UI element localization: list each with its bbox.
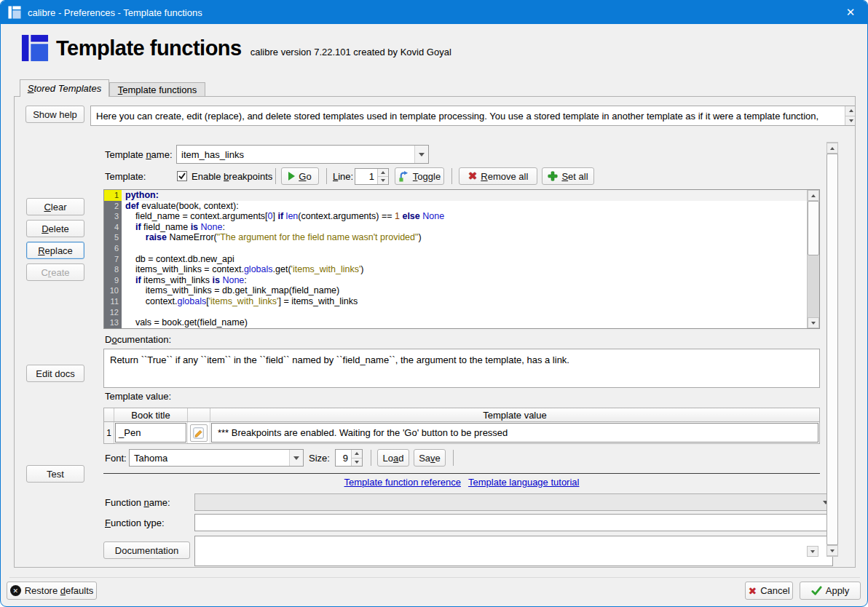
template-code-editor[interactable]: 12345678910111213 python:def evaluate(bo… [103, 189, 820, 329]
window-title: calibre - Preferences - Template functio… [28, 7, 202, 18]
dialog-window: calibre - Preferences - Template functio… [0, 0, 868, 607]
scroll-down-icon[interactable] [826, 545, 838, 556]
line-number[interactable]: 6 [104, 243, 122, 254]
line-number[interactable]: 7 [104, 254, 122, 265]
scroll-up-icon[interactable] [826, 143, 838, 154]
template-value-cell[interactable]: *** Breakpoints are enabled. Waiting for… [211, 423, 818, 443]
code-line[interactable]: items_with_links = db.get_link_map(field… [122, 285, 807, 296]
spin-down-icon[interactable] [378, 176, 388, 184]
scroll-up-icon[interactable] [845, 106, 856, 116]
replace-button[interactable]: Replace [26, 242, 84, 259]
restore-defaults-button[interactable]: ✕ Restore defaults [7, 582, 97, 600]
code-line[interactable]: if items_with_links is None: [122, 275, 807, 286]
function-name-combobox[interactable] [194, 493, 833, 511]
column-header-template-value[interactable]: Template value [210, 408, 819, 421]
code-line[interactable] [122, 307, 807, 318]
font-size-spinner[interactable]: 9 [335, 449, 363, 467]
line-number[interactable]: 5 [104, 232, 122, 243]
template-name-combobox[interactable]: item_has_links [176, 145, 429, 164]
documentation-button[interactable]: Documentation [103, 541, 190, 559]
chevron-down-icon[interactable] [414, 146, 428, 163]
code-line[interactable]: python: [122, 190, 807, 201]
help-text-box[interactable]: Here you can create, edit (replace), and… [90, 106, 856, 126]
load-button[interactable]: Load [377, 449, 409, 467]
column-header-edit[interactable] [188, 408, 210, 421]
line-number[interactable]: 1 [104, 190, 122, 201]
remove-all-button[interactable]: ✖ Remove all [459, 167, 537, 185]
red-x-icon: ✖ [748, 585, 757, 597]
show-help-button[interactable]: Show help [25, 106, 84, 123]
delete-button[interactable]: Delete [26, 220, 84, 237]
scroll-down-icon[interactable] [845, 116, 856, 126]
code-line[interactable]: vals = book.get(field_name) [122, 317, 807, 328]
spin-up-icon[interactable] [352, 450, 362, 458]
save-button[interactable]: Save [414, 449, 446, 467]
function-name-value [195, 494, 818, 510]
code-line[interactable] [122, 243, 807, 254]
test-label: Test [47, 469, 64, 480]
line-number[interactable]: 10 [104, 285, 122, 296]
toggle-button[interactable]: Toggle [395, 167, 444, 185]
column-header-book-title[interactable]: Book title [114, 408, 188, 421]
enable-breakpoints-label[interactable]: Enable breakpoints [192, 167, 272, 185]
line-label: Line: [333, 167, 353, 185]
line-number[interactable]: 12 [104, 307, 122, 318]
code-area[interactable]: python:def evaluate(book, context): fiel… [122, 190, 807, 328]
close-button[interactable]: ✕ [834, 1, 867, 24]
edit-book-button[interactable] [190, 424, 208, 442]
chevron-down-icon[interactable] [289, 450, 303, 466]
function-documentation-textarea[interactable] [194, 536, 833, 566]
line-number[interactable]: 8 [104, 264, 122, 275]
apply-button[interactable]: Apply [800, 582, 861, 600]
help-scroll-buttons[interactable] [845, 106, 856, 125]
code-line[interactable]: db = context.db.new_api [122, 254, 807, 265]
font-combobox[interactable]: Tahoma [129, 449, 304, 467]
create-button[interactable]: Create [26, 263, 84, 281]
scrollbar-thumb[interactable] [808, 201, 819, 255]
book-title-input[interactable]: _Pen [115, 423, 186, 443]
documentation-box[interactable]: Return ``True`` if any ``item`` in the `… [103, 349, 820, 388]
edit-docs-button[interactable]: Edit docs [26, 365, 84, 382]
line-number[interactable]: 3 [104, 211, 122, 222]
scroll-up-icon[interactable] [808, 190, 819, 201]
code-line[interactable]: field_name = context.arguments[0] if len… [122, 211, 807, 222]
line-number[interactable]: 4 [104, 222, 122, 233]
tab-template-functions[interactable]: Template functions [109, 82, 205, 97]
line-number[interactable]: 13 [104, 317, 122, 328]
titlebar[interactable]: calibre - Preferences - Template functio… [1, 1, 867, 24]
book-title-cell[interactable]: _Pen [114, 422, 188, 443]
set-all-label: Set all [561, 171, 588, 182]
line-number[interactable]: 9 [104, 275, 122, 286]
save-label: Save [419, 453, 441, 464]
editor-scrollbar[interactable] [807, 190, 819, 328]
scroll-down-icon[interactable] [807, 546, 818, 557]
enable-breakpoints-checkbox[interactable] [177, 171, 187, 181]
line-number-value[interactable]: 1 [355, 169, 377, 184]
font-size-value[interactable]: 9 [336, 450, 351, 466]
code-line[interactable]: context.globals['items_with_links'] = it… [122, 296, 807, 307]
line-number-spinner[interactable]: 1 [355, 168, 389, 185]
test-button[interactable]: Test [26, 465, 84, 483]
go-button[interactable]: Go [281, 167, 319, 185]
scrollbar-thumb[interactable] [826, 154, 838, 545]
scroll-down-icon[interactable] [808, 317, 819, 328]
template-language-tutorial-link[interactable]: Template language tutorial [468, 477, 580, 488]
tab-stored-templates[interactable]: Stored Templates [20, 79, 109, 97]
template-name-value: item_has_links [177, 146, 414, 163]
code-line[interactable]: raise NameError("The argument for the fi… [122, 232, 807, 243]
spin-up-icon[interactable] [378, 169, 388, 176]
function-type-input[interactable] [194, 514, 833, 531]
set-all-button[interactable]: Set all [542, 167, 594, 185]
code-line[interactable]: def evaluate(book, context): [122, 201, 807, 212]
spin-down-icon[interactable] [352, 458, 362, 467]
page-header: Template functions calibre version 7.22.… [21, 34, 451, 62]
cancel-button[interactable]: ✖ Cancel [745, 582, 793, 600]
code-line[interactable]: items_with_links = context.globals.get('… [122, 264, 807, 275]
line-number[interactable]: 2 [104, 201, 122, 212]
pane-scrollbar[interactable] [826, 142, 838, 557]
clear-button[interactable]: Clear [26, 198, 84, 215]
line-number[interactable]: 11 [104, 296, 122, 307]
clear-label: Clear [44, 202, 66, 213]
template-function-reference-link[interactable]: Template function reference [344, 477, 461, 488]
code-line[interactable]: if field_name is None: [122, 222, 807, 233]
